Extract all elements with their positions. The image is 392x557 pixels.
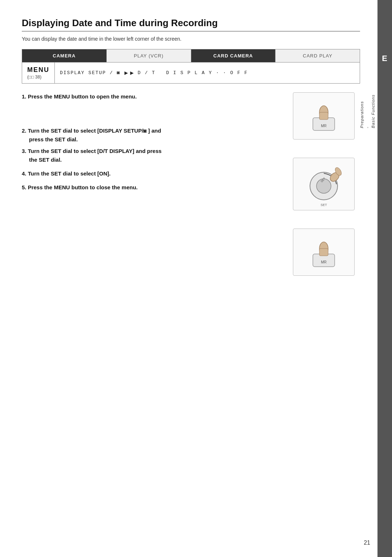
page-title: Displaying Date and Time during Recordin… bbox=[22, 17, 360, 32]
tab-card-camera[interactable]: CARD CAMERA bbox=[191, 49, 276, 62]
step-5: 5. Press the MENU button to close the me… bbox=[22, 183, 287, 192]
step-2: 2. Turn the SET dial to select [DISPLAY … bbox=[22, 126, 287, 164]
menu-path-display-setup: DISPLAY SETUP / ◙ bbox=[60, 70, 121, 76]
svg-text:SET: SET bbox=[320, 203, 327, 207]
menu-path-cell: DISPLAY SETUP / ◙ ►► D / T D I S P L A Y… bbox=[55, 62, 360, 83]
page-number: 21 bbox=[364, 540, 370, 546]
step-4: 4. Turn the SET dial to select [ON]. bbox=[22, 169, 287, 178]
svg-text:MR: MR bbox=[321, 124, 327, 128]
illustration-menu-close: MR bbox=[293, 229, 355, 276]
tab-letter: E bbox=[382, 54, 388, 63]
menu-label-cell: MENU (□□ 38) bbox=[22, 62, 55, 83]
tab-card-play[interactable]: CARD PLAY bbox=[275, 49, 360, 62]
tab-camera[interactable]: CAMERA bbox=[22, 49, 107, 62]
side-tab: E bbox=[377, 0, 392, 557]
steps-left: 1. Press the MENU button to open the men… bbox=[22, 92, 287, 276]
svg-text:MR: MR bbox=[321, 260, 327, 264]
step-1: 1. Press the MENU button to open the men… bbox=[22, 92, 287, 101]
steps-right: MR SET bbox=[287, 92, 360, 276]
tab-play-vcr[interactable]: PLAY (VCR) bbox=[107, 49, 191, 62]
menu-row: MENU (□□ 38) DISPLAY SETUP / ◙ ►► D / T … bbox=[22, 62, 360, 84]
main-content: Displaying Date and Time during Recordin… bbox=[0, 0, 377, 557]
illustration-set-dial: SET SET bbox=[293, 158, 355, 210]
menu-path-dt-display: D / T D I S P L A Y · · O F F bbox=[138, 70, 248, 76]
mode-tabs: CAMERA PLAY (VCR) CARD CAMERA CARD PLAY bbox=[22, 49, 360, 62]
menu-ref: (□□ 38) bbox=[27, 74, 49, 80]
subtitle: You can display the date and time in the… bbox=[22, 36, 360, 42]
menu-word: MENU bbox=[27, 66, 49, 74]
steps-container: 1. Press the MENU button to open the men… bbox=[22, 92, 360, 276]
arrow-icon: ►► bbox=[123, 70, 135, 76]
svg-rect-12 bbox=[319, 249, 328, 256]
svg-rect-2 bbox=[319, 112, 328, 120]
illustration-menu-press: MR bbox=[293, 92, 355, 140]
